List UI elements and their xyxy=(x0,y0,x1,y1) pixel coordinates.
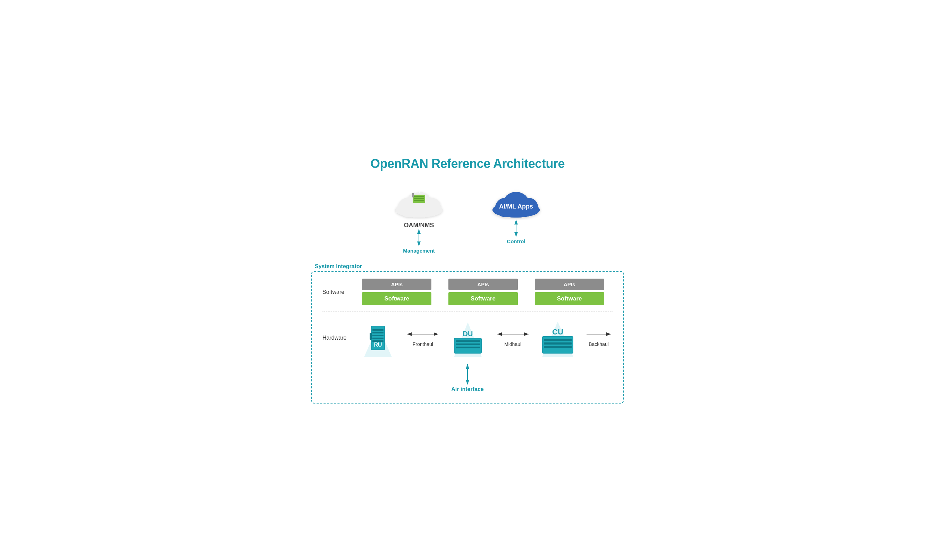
svg-rect-10 xyxy=(414,198,424,199)
svg-marker-15 xyxy=(417,242,421,246)
svg-marker-52 xyxy=(524,332,528,336)
control-label: Control xyxy=(507,238,525,244)
fronthaul-label: Fronthaul xyxy=(413,342,433,347)
system-integrator-wrapper: System Integrator Software APIs Software… xyxy=(311,271,624,403)
svg-text:CU: CU xyxy=(552,328,563,336)
svg-text:AI/ML Apps: AI/ML Apps xyxy=(499,203,533,210)
svg-marker-61 xyxy=(606,332,611,336)
svg-marker-63 xyxy=(466,380,469,385)
hardware-row-label: Hardware xyxy=(322,335,354,341)
svg-rect-47 xyxy=(456,343,480,345)
svg-text:NMS: NMS xyxy=(414,190,421,193)
aiml-cloud: AI/ML Apps xyxy=(488,185,544,220)
software-row-label: Software xyxy=(322,289,354,295)
hardware-row: Hardware xyxy=(322,312,613,357)
svg-rect-46 xyxy=(456,340,480,342)
svg-rect-58 xyxy=(544,346,571,348)
management-label: Management xyxy=(403,248,435,254)
main-title: OpenRAN Reference Architecture xyxy=(311,157,624,171)
api-bar-cu: APIs xyxy=(535,278,604,290)
svg-marker-17 xyxy=(417,229,421,234)
svg-text:RU: RU xyxy=(374,342,382,348)
midhaul-connection: Midhaul xyxy=(496,329,530,347)
backhaul-label: Backhaul xyxy=(588,342,609,347)
backhaul-section: Backhaul xyxy=(585,329,613,347)
api-bar-du: APIs xyxy=(448,278,518,290)
hardware-devices: RU Fronthaul xyxy=(354,319,582,357)
midhaul-arrow xyxy=(496,329,530,339)
svg-rect-48 xyxy=(456,347,480,348)
svg-marker-29 xyxy=(514,220,518,225)
diagram-container: OpenRAN Reference Architecture xyxy=(311,157,624,403)
device-du: DU xyxy=(447,319,489,357)
software-cards: APIs Software APIs Software APIs Softwar… xyxy=(354,278,613,305)
svg-rect-9 xyxy=(414,196,424,197)
software-card-ru: APIs Software xyxy=(362,278,431,305)
svg-text:DU: DU xyxy=(463,330,473,338)
software-bar-du: Software xyxy=(448,292,518,305)
oam-label: OAM/NMS xyxy=(404,222,434,229)
top-section: NMS OAM/NMS Management xyxy=(311,185,624,257)
svg-rect-12 xyxy=(412,193,414,197)
midhaul-label: Midhaul xyxy=(504,342,521,347)
svg-marker-28 xyxy=(514,232,518,237)
software-card-cu: APIs Software xyxy=(535,278,604,305)
backhaul-arrow xyxy=(585,329,613,339)
system-integrator-label: System Integrator xyxy=(315,263,362,269)
air-interface-section: Air interface xyxy=(322,364,613,392)
ru-icon: RU xyxy=(360,319,395,357)
svg-rect-11 xyxy=(414,200,424,201)
control-arrow xyxy=(511,220,521,237)
system-integrator-box: Software APIs Software APIs Software xyxy=(311,271,624,403)
oam-cloud: NMS xyxy=(391,185,447,220)
svg-marker-41 xyxy=(407,332,411,336)
svg-rect-57 xyxy=(544,343,571,345)
api-bar-ru: APIs xyxy=(362,278,431,290)
svg-marker-51 xyxy=(498,332,502,336)
du-icon: DU xyxy=(449,319,487,357)
svg-rect-34 xyxy=(373,332,384,334)
software-card-du: APIs Software xyxy=(448,278,518,305)
software-bar-cu: Software xyxy=(535,292,604,305)
air-interface-arrow xyxy=(462,364,473,385)
cu-icon: CU xyxy=(537,319,579,357)
device-ru: RU xyxy=(357,319,399,357)
management-arrow xyxy=(414,229,424,246)
software-row: Software APIs Software APIs Software xyxy=(322,278,613,312)
oam-cloud-block: NMS OAM/NMS Management xyxy=(391,185,447,254)
fronthaul-arrow xyxy=(405,329,440,339)
svg-marker-64 xyxy=(466,364,469,369)
svg-rect-38 xyxy=(370,333,372,340)
svg-marker-42 xyxy=(434,332,438,336)
svg-rect-36 xyxy=(373,338,384,339)
software-bar-ru: Software xyxy=(362,292,431,305)
aiml-cloud-block: AI/ML Apps Control xyxy=(488,185,544,254)
svg-rect-35 xyxy=(373,335,384,336)
svg-rect-33 xyxy=(373,329,384,331)
device-cu: CU xyxy=(537,319,579,357)
svg-rect-56 xyxy=(544,339,571,341)
air-interface-label: Air interface xyxy=(451,386,484,392)
fronthaul-connection: Fronthaul xyxy=(405,329,440,347)
